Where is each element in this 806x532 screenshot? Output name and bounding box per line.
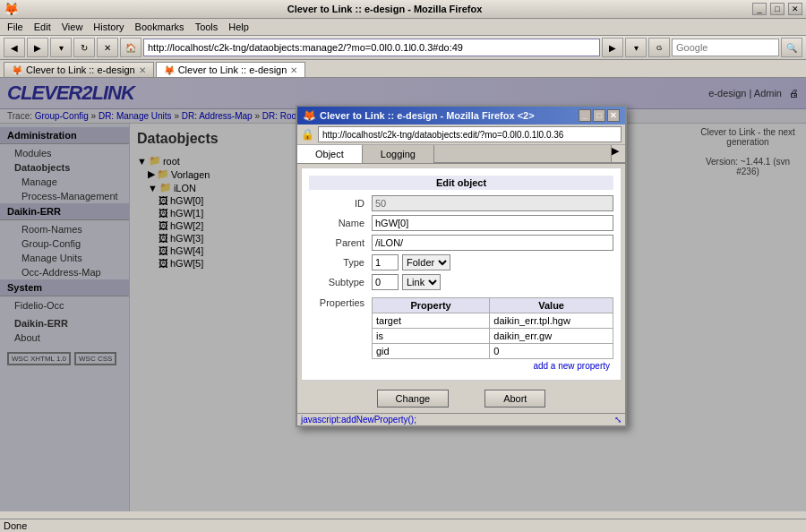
properties-label: Properties <box>309 294 372 373</box>
search-button[interactable]: 🔍 <box>781 38 802 57</box>
id-row: ID <box>309 195 613 211</box>
type-row: Type Folder <box>309 254 613 270</box>
browser-content: CLEVER2LINK e-design | Admin 🖨 Trace: Gr… <box>0 78 806 511</box>
modal-tab-logging[interactable]: Logging <box>363 145 434 163</box>
modal-window: 🦊 Clever to Link :: e-design - Mozilla F… <box>296 105 627 427</box>
modal-titlebar: 🦊 Clever to Link :: e-design - Mozilla F… <box>297 107 625 124</box>
prop-col-property: Property <box>373 298 490 313</box>
tab-1[interactable]: 🦊 Clever to Link :: e-design ✕ <box>4 62 154 77</box>
modal-footer: Change Abort <box>297 384 625 413</box>
change-button[interactable]: Change <box>377 390 450 408</box>
browser-toolbar: ◀ ▶ ▾ ↻ ✕ 🏠 ▶ ▾ G 🔍 <box>0 36 806 60</box>
modal-tab-object[interactable]: Object <box>297 145 363 163</box>
status-text: Done <box>4 520 27 531</box>
prop-is-value-input[interactable] <box>493 330 609 341</box>
modal-window-controls: _ □ ✕ <box>579 109 620 122</box>
prop-row-is <box>373 329 613 344</box>
forward-button[interactable]: ▶ <box>27 38 48 57</box>
tab-2[interactable]: 🦊 Clever to Link :: e-design ✕ <box>156 62 306 77</box>
prop-gid-value-input[interactable] <box>493 346 609 356</box>
name-value <box>372 215 613 231</box>
subtype-select[interactable]: Link <box>402 274 441 290</box>
prop-key-gid <box>373 344 490 359</box>
stop-button[interactable]: ✕ <box>97 38 118 57</box>
prop-key-is <box>373 329 490 344</box>
go-button[interactable]: ▶ <box>602 38 623 57</box>
prop-col-value: Value <box>490 298 613 313</box>
prop-val-target: daikin_err.tpl.hgw <box>490 313 613 329</box>
modal-lock-icon: 🔒 <box>301 128 314 141</box>
menu-tools[interactable]: Tools <box>190 20 224 34</box>
maximize-button[interactable]: □ <box>770 3 785 15</box>
subtype-number-input[interactable] <box>372 274 399 290</box>
subtype-controls: Link <box>372 274 441 290</box>
menu-view[interactable]: View <box>56 20 89 34</box>
modal-toolbar: 🔒 <box>297 124 625 145</box>
modal-minimize-button[interactable]: _ <box>579 109 591 122</box>
add-property-link[interactable]: add a new property <box>372 359 613 373</box>
modal-title: Clever to Link :: e-design - Mozilla Fir… <box>320 110 535 121</box>
prop-is-input[interactable] <box>376 330 485 341</box>
parent-input[interactable] <box>372 235 613 251</box>
window-title: Clever to Link :: e-design - Mozilla Fir… <box>22 4 747 14</box>
name-input[interactable] <box>372 215 613 231</box>
menu-edit[interactable]: Edit <box>29 20 56 34</box>
id-label: ID <box>309 198 372 209</box>
menu-file[interactable]: File <box>2 20 29 34</box>
tab-1-label: Clever to Link :: e-design <box>26 64 135 75</box>
modal-overlay: 🦊 Clever to Link :: e-design - Mozilla F… <box>0 78 806 511</box>
tab-2-label: Clever to Link :: e-design <box>178 64 287 75</box>
search-engine-icon[interactable]: G <box>648 38 670 57</box>
modal-statusbar: javascript:addNewProperty(); ⤡ <box>297 413 625 425</box>
tab-2-close[interactable]: ✕ <box>290 65 297 75</box>
prop-val-is <box>490 329 613 344</box>
modal-status-icon: ⤡ <box>614 415 622 425</box>
modal-close-button[interactable]: ✕ <box>607 109 620 122</box>
tab-1-close[interactable]: ✕ <box>139 65 146 75</box>
id-value <box>372 195 613 211</box>
modal-status-text: javascript:addNewProperty(); <box>301 415 416 425</box>
parent-label: Parent <box>309 237 372 248</box>
type-controls: Folder <box>372 254 450 270</box>
name-row: Name <box>309 215 613 231</box>
subtype-label: Subtype <box>309 277 372 287</box>
nav-dropdown[interactable]: ▾ <box>50 38 72 57</box>
back-button[interactable]: ◀ <box>4 38 25 57</box>
prop-gid-input[interactable] <box>376 346 485 356</box>
subtype-row: Subtype Link <box>309 274 613 290</box>
prop-row-gid <box>373 344 613 359</box>
menu-help[interactable]: Help <box>223 20 254 34</box>
menu-history[interactable]: History <box>88 20 129 34</box>
abort-button[interactable]: Abort <box>484 390 545 408</box>
minimize-button[interactable]: _ <box>752 3 767 15</box>
type-number-input[interactable] <box>372 254 399 270</box>
modal-address-bar[interactable] <box>318 126 622 142</box>
browser-status-bar: Done <box>0 519 806 532</box>
tab-bar: 🦊 Clever to Link :: e-design ✕ 🦊 Clever … <box>0 60 806 78</box>
address-bar[interactable] <box>143 39 600 56</box>
parent-row: Parent <box>309 235 613 251</box>
properties-table: Property Value target daikin_err.tpl.hgw <box>372 297 613 359</box>
modal-maximize-button[interactable]: □ <box>593 109 605 122</box>
name-label: Name <box>309 218 372 228</box>
prop-key-target: target <box>373 313 490 329</box>
type-select[interactable]: Folder <box>402 254 450 270</box>
parent-value <box>372 235 613 251</box>
type-label: Type <box>309 257 372 268</box>
modal-section-title: Edit object <box>309 176 613 190</box>
titlebar: 🦊 Clever to Link :: e-design - Mozilla F… <box>0 0 806 19</box>
search-input[interactable] <box>672 39 779 56</box>
properties-table-wrapper: Property Value target daikin_err.tpl.hgw <box>372 294 613 373</box>
reload-button[interactable]: ↻ <box>73 38 95 57</box>
prop-row-target: target daikin_err.tpl.hgw <box>373 313 613 329</box>
modal-content: Edit object ID Name <box>301 167 622 381</box>
prop-val-gid <box>490 344 613 359</box>
id-input <box>372 195 613 211</box>
menu-bookmarks[interactable]: Bookmarks <box>130 20 190 34</box>
home-button[interactable]: 🏠 <box>120 38 141 57</box>
properties-section: Properties Property Value <box>309 294 613 373</box>
close-button[interactable]: ✕ <box>788 3 802 15</box>
modal-scroll-right[interactable]: ▶ <box>611 145 625 163</box>
address-dropdown[interactable]: ▾ <box>625 38 647 57</box>
modal-tabs: Object Logging ▶ <box>297 145 625 164</box>
